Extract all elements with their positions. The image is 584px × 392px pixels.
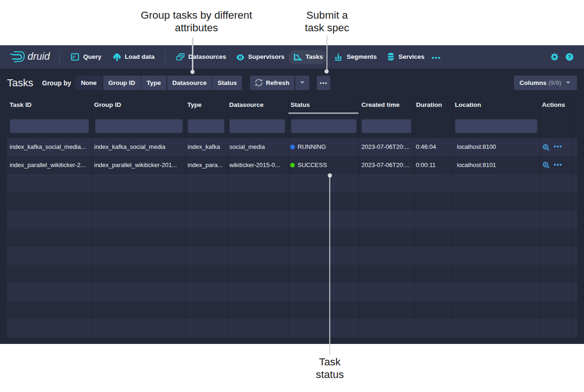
svg-text:?: ? bbox=[568, 54, 571, 60]
